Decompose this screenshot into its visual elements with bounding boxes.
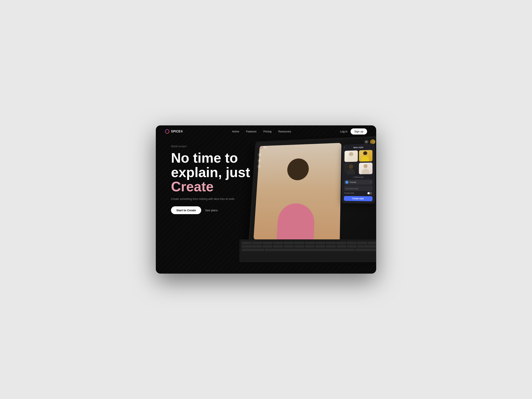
signup-button[interactable]: Sign up xyxy=(351,128,367,134)
nav-resources[interactable]: Resources xyxy=(278,130,291,133)
hero-buttons: Start to Create See plans xyxy=(171,206,361,214)
hero-title-line2: explain, just xyxy=(171,165,250,180)
logo[interactable]: SPICE® xyxy=(165,129,183,134)
svg-point-0 xyxy=(165,130,169,133)
login-button[interactable]: Log in xyxy=(340,130,347,133)
see-plans-button[interactable]: See plans xyxy=(205,209,218,212)
start-create-button[interactable]: Start to Create xyxy=(171,206,201,214)
browser-frame: SPICE® Home Features Pricing Resources L… xyxy=(156,125,376,274)
nav-actions: Log in Sign up xyxy=(340,128,367,134)
hero-title-highlight: Create xyxy=(171,179,214,194)
spice-logo-icon xyxy=(165,129,170,134)
hero-section: SPICE AI Gen7 No time to explain, just C… xyxy=(156,138,376,274)
brand-name: SPICE® xyxy=(171,130,183,133)
hero-title-line1: No time to xyxy=(171,150,238,165)
nav-pricing[interactable]: Pricing xyxy=(263,130,272,133)
nav-links: Home Features Pricing Resources xyxy=(232,130,291,133)
nav-home[interactable]: Home xyxy=(232,130,239,133)
nav-features[interactable]: Features xyxy=(246,130,256,133)
hero-title: No time to explain, just Create xyxy=(171,151,270,194)
hero-badge: SPICE AI Gen7 xyxy=(171,145,361,148)
navbar: SPICE® Home Features Pricing Resources L… xyxy=(156,125,376,138)
hero-subtitle: Create something from nothing with Next … xyxy=(171,197,239,201)
